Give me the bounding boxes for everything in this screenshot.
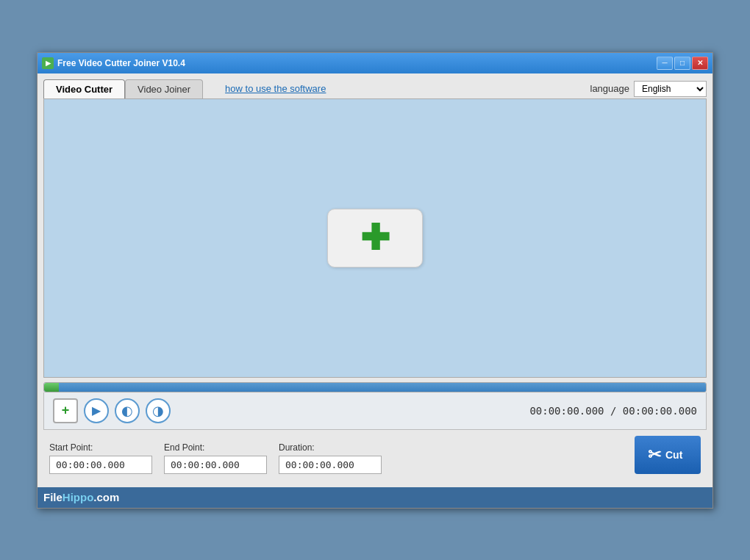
controls-row: + ▶ ◐ ◑ 00:00:00.000 / 00:00:00.000 — [43, 392, 707, 430]
duration-group: Duration: — [279, 442, 382, 474]
mark-in-icon: ◐ — [121, 403, 133, 419]
tab-video-joiner[interactable]: Video Joiner — [125, 79, 203, 98]
main-window: ▶ Free Video Cutter Joiner V10.4 ─ □ ✕ V… — [37, 52, 713, 509]
duration-input[interactable] — [279, 456, 382, 474]
titlebar-controls: ─ □ ✕ — [657, 57, 708, 70]
watermark-suffix: .com — [93, 491, 119, 503]
content-area: Video Cutter Video Joiner how to use the… — [38, 73, 712, 487]
duration-label: Duration: — [279, 442, 382, 453]
end-point-group: End Point: — [164, 442, 267, 474]
window-title: Free Video Cutter Joiner V10.4 — [57, 58, 185, 68]
cut-button-label: Cut — [665, 449, 682, 461]
maximize-button[interactable]: □ — [674, 57, 690, 70]
close-button[interactable]: ✕ — [692, 57, 708, 70]
time-current: 00:00:00.000 — [529, 405, 604, 417]
bottom-row: Start Point: End Point: Duration: ✂ Cut — [43, 430, 707, 481]
time-separator: / — [610, 405, 623, 417]
watermark-hippo: Hippo — [63, 491, 94, 503]
app-icon: ▶ — [42, 57, 54, 69]
add-video-button[interactable]: ✚ — [327, 209, 423, 268]
time-total: 00:00:00.000 — [623, 405, 697, 417]
titlebar: ▶ Free Video Cutter Joiner V10.4 ─ □ ✕ — [38, 53, 712, 73]
language-select[interactable]: English Chinese French German Spanish Ja… — [634, 81, 707, 97]
minimize-button[interactable]: ─ — [657, 57, 673, 70]
mark-in-button[interactable]: ◐ — [115, 398, 140, 423]
progress-bar[interactable] — [43, 382, 707, 392]
language-label: language — [590, 83, 630, 94]
add-video-plus-icon: ✚ — [360, 220, 390, 256]
watermark: FileHippo.com — [43, 491, 119, 503]
mark-out-icon: ◑ — [152, 403, 164, 419]
start-point-group: Start Point: — [49, 442, 152, 474]
play-icon: ▶ — [92, 403, 101, 417]
language-area: language English Chinese French German S… — [590, 81, 707, 97]
add-file-icon: + — [62, 403, 70, 418]
tabs-row: Video Cutter Video Joiner how to use the… — [43, 79, 707, 98]
end-point-label: End Point: — [164, 442, 267, 453]
mark-out-button[interactable]: ◑ — [146, 398, 171, 423]
video-panel: ✚ — [43, 98, 707, 378]
play-button[interactable]: ▶ — [84, 398, 109, 423]
time-display: 00:00:00.000 / 00:00:00.000 — [529, 405, 697, 417]
cut-button[interactable]: ✂ Cut — [635, 436, 701, 474]
watermark-prefix: File — [43, 491, 63, 503]
tab-video-cutter[interactable]: Video Cutter — [43, 79, 125, 98]
end-point-input[interactable] — [164, 456, 267, 474]
progress-fill — [44, 383, 59, 392]
progress-track — [59, 383, 706, 392]
howto-link[interactable]: how to use the software — [225, 83, 326, 94]
add-file-button[interactable]: + — [53, 398, 78, 423]
titlebar-left: ▶ Free Video Cutter Joiner V10.4 — [42, 57, 185, 69]
scissors-icon: ✂ — [648, 445, 661, 464]
start-point-input[interactable] — [49, 456, 152, 474]
start-point-label: Start Point: — [49, 442, 152, 453]
